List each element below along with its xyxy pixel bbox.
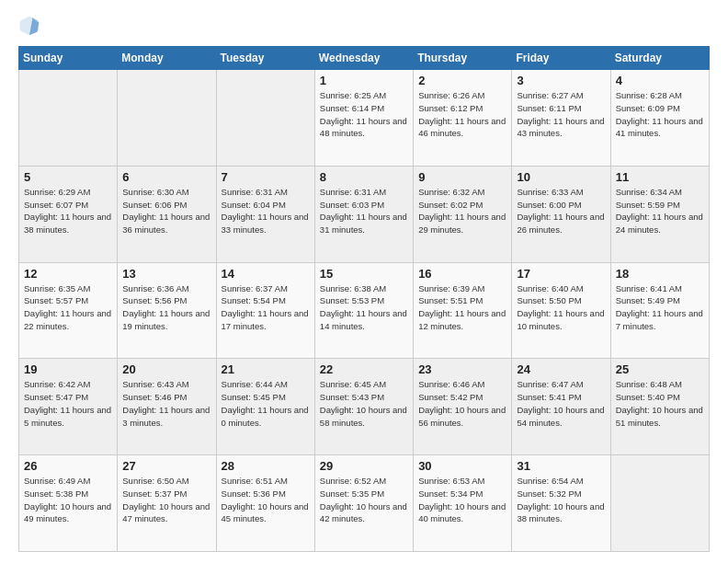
day-cell: 17Sunrise: 6:40 AM Sunset: 5:50 PM Dayli… <box>512 262 610 359</box>
day-info: Sunrise: 6:31 AM Sunset: 6:04 PM Dayligh… <box>222 186 310 236</box>
day-cell: 8Sunrise: 6:31 AM Sunset: 6:03 PM Daylig… <box>314 166 413 262</box>
day-number: 23 <box>418 362 506 376</box>
day-number: 15 <box>320 267 408 281</box>
day-info: Sunrise: 6:25 AM Sunset: 6:14 PM Dayligh… <box>320 89 408 140</box>
day-info: Sunrise: 6:33 AM Sunset: 6:00 PM Dayligh… <box>517 186 605 236</box>
page: SundayMondayTuesdayWednesdayThursdayFrid… <box>0 0 728 563</box>
day-cell <box>19 70 118 167</box>
day-number: 19 <box>24 362 112 376</box>
day-cell: 25Sunrise: 6:48 AM Sunset: 5:40 PM Dayli… <box>610 359 709 455</box>
day-number: 11 <box>616 170 704 184</box>
day-info: Sunrise: 6:43 AM Sunset: 5:46 PM Dayligh… <box>122 378 210 429</box>
day-number: 26 <box>24 459 112 473</box>
weekday-header-wednesday: Wednesday <box>314 47 413 70</box>
day-info: Sunrise: 6:27 AM Sunset: 6:11 PM Dayligh… <box>517 89 605 140</box>
day-info: Sunrise: 6:28 AM Sunset: 6:09 PM Dayligh… <box>616 89 704 140</box>
week-row: 5Sunrise: 6:29 AM Sunset: 6:07 PM Daylig… <box>19 166 710 262</box>
day-number: 4 <box>616 74 704 87</box>
day-cell: 11Sunrise: 6:34 AM Sunset: 5:59 PM Dayli… <box>610 166 709 262</box>
day-cell: 13Sunrise: 6:36 AM Sunset: 5:56 PM Dayli… <box>118 262 216 359</box>
day-cell: 31Sunrise: 6:54 AM Sunset: 5:32 PM Dayli… <box>512 455 610 552</box>
day-info: Sunrise: 6:42 AM Sunset: 5:47 PM Dayligh… <box>24 378 112 429</box>
day-info: Sunrise: 6:30 AM Sunset: 6:06 PM Dayligh… <box>122 186 210 236</box>
day-number: 28 <box>222 459 310 473</box>
day-info: Sunrise: 6:50 AM Sunset: 5:37 PM Dayligh… <box>122 475 210 525</box>
day-number: 2 <box>418 74 506 87</box>
day-number: 9 <box>418 170 506 184</box>
day-cell: 9Sunrise: 6:32 AM Sunset: 6:02 PM Daylig… <box>414 166 512 262</box>
day-info: Sunrise: 6:29 AM Sunset: 6:07 PM Dayligh… <box>24 186 112 236</box>
day-info: Sunrise: 6:41 AM Sunset: 5:49 PM Dayligh… <box>616 282 704 333</box>
weekday-header-saturday: Saturday <box>610 47 709 70</box>
day-cell: 24Sunrise: 6:47 AM Sunset: 5:41 PM Dayli… <box>512 359 610 455</box>
day-number: 17 <box>517 267 605 281</box>
day-info: Sunrise: 6:44 AM Sunset: 5:45 PM Dayligh… <box>222 378 310 429</box>
day-info: Sunrise: 6:32 AM Sunset: 6:02 PM Dayligh… <box>418 186 506 236</box>
weekday-header-thursday: Thursday <box>414 47 512 70</box>
day-cell: 20Sunrise: 6:43 AM Sunset: 5:46 PM Dayli… <box>118 359 216 455</box>
day-cell: 28Sunrise: 6:51 AM Sunset: 5:36 PM Dayli… <box>216 455 314 552</box>
day-cell: 14Sunrise: 6:37 AM Sunset: 5:54 PM Dayli… <box>216 262 314 359</box>
day-info: Sunrise: 6:51 AM Sunset: 5:36 PM Dayligh… <box>222 475 310 525</box>
day-info: Sunrise: 6:52 AM Sunset: 5:35 PM Dayligh… <box>320 475 408 525</box>
day-number: 6 <box>122 170 210 184</box>
week-row: 12Sunrise: 6:35 AM Sunset: 5:57 PM Dayli… <box>19 262 710 359</box>
day-number: 8 <box>320 170 408 184</box>
header <box>18 15 710 37</box>
day-info: Sunrise: 6:37 AM Sunset: 5:54 PM Dayligh… <box>222 282 310 333</box>
day-cell: 5Sunrise: 6:29 AM Sunset: 6:07 PM Daylig… <box>19 166 118 262</box>
day-info: Sunrise: 6:40 AM Sunset: 5:50 PM Dayligh… <box>517 282 605 333</box>
day-cell: 3Sunrise: 6:27 AM Sunset: 6:11 PM Daylig… <box>512 70 610 167</box>
calendar: SundayMondayTuesdayWednesdayThursdayFrid… <box>18 46 710 552</box>
day-number: 16 <box>418 267 506 281</box>
day-number: 13 <box>122 267 210 281</box>
week-row: 26Sunrise: 6:49 AM Sunset: 5:38 PM Dayli… <box>19 455 710 552</box>
day-number: 31 <box>517 459 605 473</box>
day-number: 18 <box>616 267 704 281</box>
day-info: Sunrise: 6:26 AM Sunset: 6:12 PM Dayligh… <box>418 89 506 140</box>
day-cell: 1Sunrise: 6:25 AM Sunset: 6:14 PM Daylig… <box>314 70 413 167</box>
day-number: 10 <box>517 170 605 184</box>
day-number: 29 <box>320 459 408 473</box>
weekday-header-monday: Monday <box>118 47 216 70</box>
day-info: Sunrise: 6:45 AM Sunset: 5:43 PM Dayligh… <box>320 378 408 429</box>
day-cell: 16Sunrise: 6:39 AM Sunset: 5:51 PM Dayli… <box>414 262 512 359</box>
day-info: Sunrise: 6:47 AM Sunset: 5:41 PM Dayligh… <box>517 378 605 429</box>
calendar-body: 1Sunrise: 6:25 AM Sunset: 6:14 PM Daylig… <box>19 70 710 552</box>
day-cell: 4Sunrise: 6:28 AM Sunset: 6:09 PM Daylig… <box>610 70 709 167</box>
weekday-header-friday: Friday <box>512 47 610 70</box>
logo-icon <box>18 15 40 37</box>
day-cell: 18Sunrise: 6:41 AM Sunset: 5:49 PM Dayli… <box>610 262 709 359</box>
day-number: 21 <box>222 362 310 376</box>
day-info: Sunrise: 6:39 AM Sunset: 5:51 PM Dayligh… <box>418 282 506 333</box>
day-number: 25 <box>616 362 704 376</box>
day-cell: 26Sunrise: 6:49 AM Sunset: 5:38 PM Dayli… <box>19 455 118 552</box>
day-number: 1 <box>320 74 408 87</box>
day-cell: 10Sunrise: 6:33 AM Sunset: 6:00 PM Dayli… <box>512 166 610 262</box>
day-cell: 27Sunrise: 6:50 AM Sunset: 5:37 PM Dayli… <box>118 455 216 552</box>
day-number: 7 <box>222 170 310 184</box>
weekday-header-tuesday: Tuesday <box>216 47 314 70</box>
day-cell <box>216 70 314 167</box>
day-cell: 7Sunrise: 6:31 AM Sunset: 6:04 PM Daylig… <box>216 166 314 262</box>
calendar-header: SundayMondayTuesdayWednesdayThursdayFrid… <box>19 47 710 70</box>
day-number: 5 <box>24 170 112 184</box>
day-cell <box>118 70 216 167</box>
day-info: Sunrise: 6:34 AM Sunset: 5:59 PM Dayligh… <box>616 186 704 236</box>
day-cell: 6Sunrise: 6:30 AM Sunset: 6:06 PM Daylig… <box>118 166 216 262</box>
day-number: 27 <box>122 459 210 473</box>
weekday-header-sunday: Sunday <box>19 47 118 70</box>
day-cell: 30Sunrise: 6:53 AM Sunset: 5:34 PM Dayli… <box>414 455 512 552</box>
day-info: Sunrise: 6:36 AM Sunset: 5:56 PM Dayligh… <box>122 282 210 333</box>
day-info: Sunrise: 6:38 AM Sunset: 5:53 PM Dayligh… <box>320 282 408 333</box>
day-number: 3 <box>517 74 605 87</box>
day-info: Sunrise: 6:31 AM Sunset: 6:03 PM Dayligh… <box>320 186 408 236</box>
logo <box>18 15 44 37</box>
day-number: 14 <box>222 267 310 281</box>
day-info: Sunrise: 6:54 AM Sunset: 5:32 PM Dayligh… <box>517 475 605 525</box>
day-cell: 15Sunrise: 6:38 AM Sunset: 5:53 PM Dayli… <box>314 262 413 359</box>
week-row: 19Sunrise: 6:42 AM Sunset: 5:47 PM Dayli… <box>19 359 710 455</box>
weekday-row: SundayMondayTuesdayWednesdayThursdayFrid… <box>19 47 710 70</box>
day-info: Sunrise: 6:46 AM Sunset: 5:42 PM Dayligh… <box>418 378 506 429</box>
day-number: 12 <box>24 267 112 281</box>
